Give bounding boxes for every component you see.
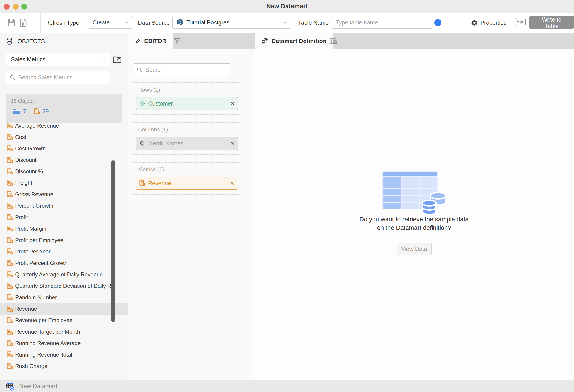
list-item[interactable]: Profit Percent Growth xyxy=(0,257,127,269)
list-item[interactable]: Rush Charge xyxy=(0,360,127,372)
object-summary-card: 36 Object 7 29 xyxy=(6,94,122,124)
datamart-document-icon xyxy=(6,382,15,391)
tab-editor[interactable]: EDITOR xyxy=(128,33,173,49)
sql-icon: SQL xyxy=(516,18,526,26)
object-list: Average Revenue Cost Cost Growth Discoun… xyxy=(0,120,127,372)
list-item[interactable]: Profit Per Year xyxy=(0,246,127,257)
view-sql-button[interactable]: SQL xyxy=(515,17,526,28)
sample-data-illustration xyxy=(382,171,447,216)
write-to-table-button[interactable]: Write to Table xyxy=(529,16,574,29)
list-item[interactable]: Discount xyxy=(0,154,127,166)
rows-chip-customer[interactable]: Customer × xyxy=(136,97,238,110)
metrics-label: Metrics (1) xyxy=(138,166,164,173)
metric-icon xyxy=(7,191,13,198)
list-item[interactable]: Profit per Employee xyxy=(0,234,127,246)
editor-search-placeholder: Search xyxy=(145,67,164,73)
data-source-label: Data Source xyxy=(138,13,170,33)
sidebar-search-input[interactable]: Search Sales Metrics... xyxy=(6,71,110,84)
metric-icon xyxy=(7,306,13,312)
list-item[interactable]: Revenue Target per Month xyxy=(0,326,127,337)
data-source-value: Tutorial Postgres xyxy=(186,19,229,26)
list-item[interactable]: Freight xyxy=(0,177,127,189)
new-datamart-window: New Datamart Refresh Type Create Data So… xyxy=(0,0,574,392)
remove-chip-icon[interactable]: × xyxy=(230,100,234,107)
list-item[interactable]: Cost Growth xyxy=(0,143,127,154)
metric-count: 29 xyxy=(42,108,49,115)
search-icon xyxy=(10,75,16,81)
toolbar: Refresh Type Create Data Source Tutorial… xyxy=(0,13,574,33)
list-item[interactable]: Quarterly Standard Deviation of Daily R.… xyxy=(0,280,127,292)
list-item[interactable]: Discount % xyxy=(0,166,127,177)
tab-data-grid[interactable] xyxy=(325,33,342,49)
columns-chip-metric-names[interactable]: Metric Names × xyxy=(136,137,238,150)
remove-chip-icon[interactable]: × xyxy=(230,180,234,186)
folder-select[interactable]: Sales Metrics xyxy=(6,53,110,66)
list-item[interactable]: Gross Revenue xyxy=(0,189,127,200)
editor-tab-bar: EDITOR xyxy=(128,33,254,49)
list-item[interactable]: Random Number xyxy=(0,292,127,303)
metric-icon xyxy=(7,271,13,278)
rows-label: Rows (1) xyxy=(138,86,160,93)
sidebar-scrollbar[interactable] xyxy=(111,160,115,322)
sql-icon-base xyxy=(519,27,523,27)
save-as-filter-icon[interactable] xyxy=(19,18,27,27)
save-icon[interactable] xyxy=(7,18,16,27)
refresh-type-value: Create xyxy=(93,19,110,26)
metric-icon xyxy=(7,351,13,358)
list-item[interactable]: Percent Growth xyxy=(0,200,127,212)
table-name-input[interactable] xyxy=(332,16,433,29)
metrics-chip-revenue[interactable]: Revenue × xyxy=(136,177,238,190)
list-item[interactable]: Average Revenue xyxy=(0,120,127,131)
metric-icon xyxy=(7,168,13,175)
list-item[interactable]: Running Revenue Average xyxy=(0,337,127,349)
grid-database-icon xyxy=(329,37,337,45)
folder-icon xyxy=(13,108,21,115)
columns-dropzone[interactable]: Columns (1) Metric Names × xyxy=(133,122,240,155)
metric-icon xyxy=(7,329,13,335)
list-item[interactable]: Running Revenue Total xyxy=(0,349,127,360)
document-name: New Datamart xyxy=(19,380,57,392)
columns-label: Columns (1) xyxy=(138,126,168,133)
editor-search-input[interactable]: Search xyxy=(133,63,231,76)
main-area: OBJECTS Sales Metrics Search Sales Metri… xyxy=(0,33,574,380)
editor-panel: EDITOR Search Rows (1) Custom xyxy=(128,33,254,380)
metric-icon xyxy=(7,203,13,209)
list-item[interactable]: Revenue per Employee xyxy=(0,315,127,326)
metric-icon xyxy=(7,283,13,289)
title-bar: New Datamart xyxy=(0,0,574,13)
list-item[interactable]: Cost xyxy=(0,131,127,143)
table-name-label: Table Name xyxy=(298,13,328,33)
list-item[interactable]: Profit Margin xyxy=(0,223,127,234)
view-data-button[interactable]: View Data xyxy=(397,243,431,255)
metric-icon xyxy=(7,214,13,221)
refresh-type-select[interactable]: Create xyxy=(88,16,133,29)
chip-label: Revenue xyxy=(148,180,171,186)
window-title: New Datamart xyxy=(0,0,574,13)
metric-icon xyxy=(140,180,145,186)
info-icon[interactable]: i xyxy=(434,19,441,26)
list-item-selected[interactable]: Revenue xyxy=(0,303,127,315)
database-icon xyxy=(6,37,13,45)
sample-data-question-line2: on the Datamart definition? xyxy=(254,224,574,231)
tab-filter[interactable] xyxy=(169,33,185,49)
tab-datamart-definition[interactable]: Datamart Definition xyxy=(255,33,333,49)
data-source-select[interactable]: Tutorial Postgres xyxy=(172,16,291,29)
properties-button[interactable]: Properties xyxy=(471,13,507,33)
toolbar-divider xyxy=(511,13,512,33)
remove-chip-icon[interactable]: × xyxy=(230,140,234,146)
tag-icon xyxy=(140,140,145,146)
chevron-down-icon xyxy=(283,21,287,24)
metric-icon xyxy=(7,363,13,369)
chip-label: Metric Names xyxy=(148,140,184,147)
metrics-dropzone[interactable]: Metrics (1) Revenue × xyxy=(133,162,240,195)
list-item[interactable]: Profit xyxy=(0,212,127,223)
metric-icon xyxy=(7,248,13,255)
rows-dropzone[interactable]: Rows (1) Customer × xyxy=(133,83,240,115)
metric-icon xyxy=(7,237,13,243)
metric-icon xyxy=(7,145,13,152)
objects-title: OBJECTS xyxy=(17,38,45,45)
refresh-type-label: Refresh Type xyxy=(45,13,79,33)
metric-icon xyxy=(7,157,13,163)
folder-up-icon[interactable] xyxy=(113,55,122,64)
list-item[interactable]: Quarterly Average of Daily Revenue xyxy=(0,269,127,280)
